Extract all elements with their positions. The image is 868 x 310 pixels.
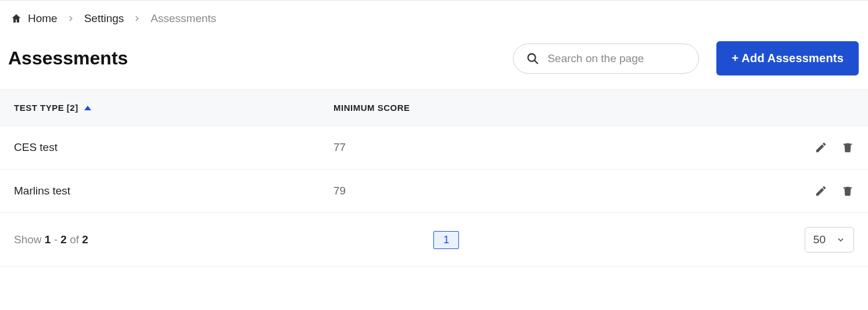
cell-test-type: CES test xyxy=(14,141,333,154)
add-assessments-button[interactable]: + Add Assessments xyxy=(716,41,859,75)
cell-test-type: Marlins test xyxy=(14,185,333,197)
cell-actions xyxy=(784,185,854,197)
header-actions: + Add Assessments xyxy=(513,41,859,75)
search-input[interactable] xyxy=(547,52,686,65)
table-row: CES test 77 xyxy=(0,126,868,170)
sort-ascending-icon xyxy=(84,106,91,110)
chevron-right-icon xyxy=(67,15,75,23)
column-header-minimum-score-label: MINIMUM SCORE xyxy=(333,103,410,113)
edit-icon[interactable] xyxy=(815,185,827,197)
table-header: TEST TYPE [2] MINIMUM SCORE xyxy=(0,89,868,126)
breadcrumb-settings[interactable]: Settings xyxy=(84,12,124,25)
pagination-summary: Show 1 - 2 of 2 xyxy=(14,233,88,246)
column-header-test-type-label: TEST TYPE [2] xyxy=(14,103,78,113)
chevron-down-icon xyxy=(836,235,845,244)
column-header-test-type[interactable]: TEST TYPE [2] xyxy=(14,103,333,113)
breadcrumb-home[interactable]: Home xyxy=(10,12,58,25)
column-header-minimum-score[interactable]: MINIMUM SCORE xyxy=(333,103,784,113)
cell-minimum-score: 77 xyxy=(333,141,784,154)
cell-actions xyxy=(784,141,854,154)
page-number-current[interactable]: 1 xyxy=(433,231,459,249)
page-size-value: 50 xyxy=(813,233,826,246)
column-header-actions xyxy=(784,103,854,113)
pagination-of: of xyxy=(67,233,82,246)
chevron-right-icon xyxy=(133,15,141,23)
page-size-selector[interactable]: 50 xyxy=(805,227,854,253)
table-row: Marlins test 79 xyxy=(0,170,868,213)
pagination-from: 1 xyxy=(45,233,51,246)
cell-minimum-score: 79 xyxy=(333,185,784,197)
trash-icon[interactable] xyxy=(841,185,854,197)
search-icon xyxy=(526,52,539,65)
breadcrumb-current: Assessments xyxy=(150,12,216,25)
assessments-table: TEST TYPE [2] MINIMUM SCORE CES test 77 … xyxy=(0,89,868,213)
pagination-total: 2 xyxy=(82,233,88,246)
svg-line-1 xyxy=(535,60,538,63)
trash-icon[interactable] xyxy=(841,141,854,154)
pagination-pages: 1 xyxy=(433,231,459,249)
edit-icon[interactable] xyxy=(815,141,827,154)
search-box[interactable] xyxy=(513,44,699,74)
pagination-dash: - xyxy=(51,233,60,246)
show-prefix: Show xyxy=(14,233,45,246)
pagination-to: 2 xyxy=(60,233,67,246)
table-footer: Show 1 - 2 of 2 1 50 xyxy=(0,213,868,267)
page-header: Assessments + Add Assessments xyxy=(0,31,868,89)
breadcrumb-home-label: Home xyxy=(28,12,58,25)
home-icon xyxy=(10,13,22,24)
page-title: Assessments xyxy=(8,48,128,69)
breadcrumb: Home Settings Assessments xyxy=(0,1,868,31)
